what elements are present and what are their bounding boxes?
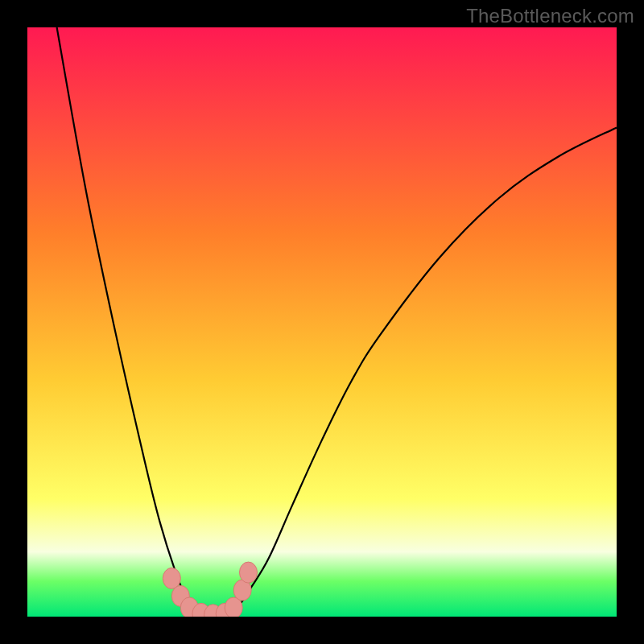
- curve-layer: [27, 27, 617, 617]
- plot-area: [27, 27, 617, 617]
- chart-frame: TheBottleneck.com: [0, 0, 644, 644]
- trough-marker: [240, 562, 258, 583]
- watermark-text: TheBottleneck.com: [466, 5, 634, 27]
- curve-right-branch: [228, 127, 617, 617]
- curve-left-branch: [57, 27, 204, 617]
- trough-markers: [163, 562, 257, 617]
